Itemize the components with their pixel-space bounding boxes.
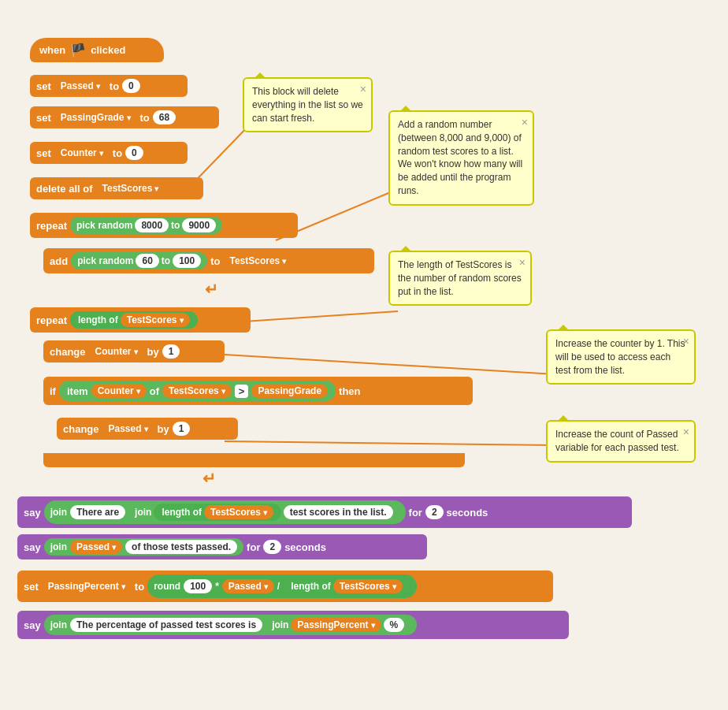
val-1: 1	[162, 344, 180, 359]
set-passinggrade-block[interactable]: set PassingGrade to 68	[30, 106, 219, 128]
if-block[interactable]: if item Counter of TestScores > PassingG…	[43, 377, 473, 405]
set-label: set	[36, 80, 51, 92]
join2-pill: join length of TestScores test scores in…	[128, 502, 399, 522]
to-label5: to	[135, 581, 144, 593]
pct-symbol: %	[384, 618, 405, 632]
tooltip-arrow2	[399, 106, 412, 112]
passed-var4[interactable]: Passed	[222, 579, 274, 593]
set-label2: set	[36, 112, 51, 124]
join3-pill: join Passed of those tests passed.	[44, 538, 243, 556]
tooltip-counter: × Increase the counter by 1. This will b…	[546, 329, 696, 385]
val-60: 60	[136, 254, 158, 268]
val-100: 100	[184, 579, 212, 593]
testscores2-var[interactable]: TestScores	[223, 254, 292, 268]
passingpercent-var[interactable]: PassingPercent	[42, 579, 132, 593]
seconds1: seconds	[447, 507, 488, 519]
counter-var2[interactable]: Counter	[89, 344, 144, 359]
pick-random2-pill: pick random 60 to 100	[71, 252, 207, 270]
close-icon[interactable]: ×	[360, 82, 366, 98]
testscores6-var[interactable]: TestScores	[333, 579, 403, 593]
testscores5-var[interactable]: TestScores	[204, 505, 273, 519]
testscores-var[interactable]: TestScores	[96, 181, 165, 195]
for-label2: for	[247, 541, 260, 553]
for-label1: for	[409, 507, 422, 519]
val-1b: 1	[173, 422, 191, 436]
tooltip-arrow5	[557, 415, 570, 422]
passingpercent2-var[interactable]: PassingPercent	[291, 618, 381, 632]
delete-all-block[interactable]: delete all of TestScores	[30, 177, 203, 199]
set-label3: set	[36, 147, 51, 159]
clicked-label: clicked	[91, 44, 125, 56]
pct-text: The percentage of passed test scores is	[70, 618, 262, 632]
set-passed-block[interactable]: set Passed to 0	[30, 75, 188, 97]
divide-op: /	[277, 581, 280, 592]
to-label3: to	[113, 147, 122, 159]
close-icon5[interactable]: ×	[683, 425, 689, 440]
if-close-bar	[43, 453, 465, 467]
set-passingpercent-block[interactable]: set PassingPercent to round 100 * Passed…	[17, 571, 553, 602]
join5-pill: join PassingPercent %	[266, 616, 410, 634]
say-label2: say	[24, 541, 41, 553]
when-clicked-block[interactable]: when 🏴 clicked	[30, 38, 164, 62]
change-passed-block[interactable]: change Passed by 1	[57, 418, 238, 440]
val-2b: 2	[263, 540, 281, 554]
gt-operator: >	[235, 385, 249, 398]
tooltip3-text: The length of TestScores is the number o…	[398, 259, 522, 297]
close-icon4[interactable]: ×	[683, 334, 689, 350]
multiply-op: *	[215, 581, 219, 592]
svg-line-3	[225, 355, 555, 374]
tooltip-passed: × Increase the count of Passed variable …	[546, 420, 696, 463]
say-passed-block[interactable]: say join Passed of those tests passed. f…	[17, 534, 427, 559]
testscores4-var[interactable]: TestScores	[162, 384, 232, 398]
length-of-pill: length of TestScores	[70, 311, 197, 329]
tooltip-arrow3	[399, 246, 412, 252]
counter-var3[interactable]: Counter	[91, 384, 147, 398]
seconds2: seconds	[284, 541, 326, 553]
test-scores-in-text: test scores in the list.	[284, 505, 393, 519]
add-random-block[interactable]: add pick random 60 to 100 to TestScores	[43, 248, 374, 273]
repeat-random-block[interactable]: repeat pick random 8000 to 9000	[30, 213, 298, 238]
when-label: when	[39, 44, 65, 56]
length-of2-pill: length of TestScores	[154, 504, 280, 521]
val-0: 0	[122, 79, 140, 93]
val-9000: 9000	[182, 218, 216, 232]
length-of3-pill: length of TestScores	[283, 578, 410, 595]
by-label2: by	[158, 423, 169, 435]
testscores3-var[interactable]: TestScores	[121, 313, 190, 327]
passinggrade-var[interactable]: PassingGrade	[54, 110, 137, 125]
repeat-label2: repeat	[36, 314, 67, 326]
to-label4: to	[210, 255, 220, 267]
counter-var[interactable]: Counter	[54, 146, 110, 160]
tooltip2-text: Add a random number (between 8,000 and 9…	[398, 119, 522, 196]
change-label2: change	[63, 423, 99, 435]
val-8000: 8000	[135, 218, 169, 232]
close-icon2[interactable]: ×	[522, 115, 528, 131]
val-100: 100	[173, 254, 201, 268]
val-0b: 0	[125, 146, 143, 160]
change-counter-block[interactable]: change Counter by 1	[43, 340, 225, 362]
then-label: then	[339, 385, 360, 397]
delete-label: delete all of	[36, 183, 93, 195]
close-icon3[interactable]: ×	[519, 255, 526, 271]
of-those-text: of those tests passed.	[125, 540, 237, 554]
say-there-are-block[interactable]: say join There are join length of TestSc…	[17, 496, 632, 528]
say-label3: say	[24, 619, 41, 631]
set-label4: set	[24, 581, 39, 593]
change-label: change	[50, 346, 86, 358]
condition-pill: item Counter of TestScores > PassingGrad…	[59, 381, 336, 401]
loop-arrow2: ↵	[202, 469, 216, 488]
repeat-label: repeat	[36, 220, 67, 232]
repeat-length-block[interactable]: repeat length of TestScores	[30, 307, 251, 333]
if-label: if	[50, 385, 56, 397]
svg-line-4	[225, 441, 555, 445]
loop-arrow1: ↵	[205, 280, 218, 299]
say-pct-block[interactable]: say join The percentage of passed test s…	[17, 611, 569, 639]
passed-var2[interactable]: Passed	[102, 422, 154, 436]
passed-var3[interactable]: Passed	[70, 540, 122, 554]
tooltip1-text: This block will delete everything in the…	[252, 86, 363, 124]
tooltip5-text: Increase the count of Passed variable fo…	[555, 429, 679, 453]
passed-var[interactable]: Passed	[54, 79, 106, 93]
tooltip-arrow4	[557, 325, 570, 331]
set-counter-block[interactable]: set Counter to 0	[30, 142, 188, 164]
join1-pill: join There are join length of TestScores…	[44, 500, 406, 524]
